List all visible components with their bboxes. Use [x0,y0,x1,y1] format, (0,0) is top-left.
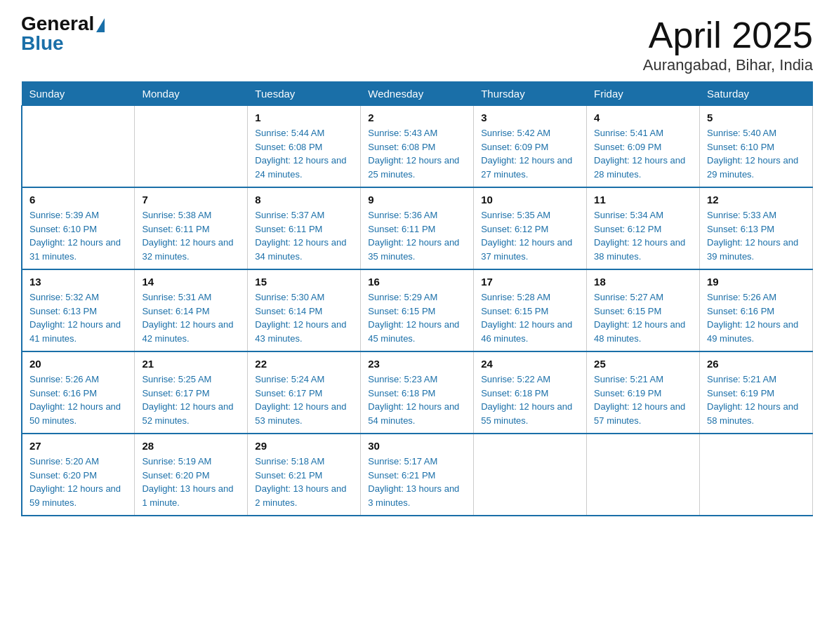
page-header: General Blue April 2025 Aurangabad, Biha… [21,14,813,74]
day-number: 30 [368,440,466,452]
sun-info: Sunrise: 5:34 AMSunset: 6:12 PMDaylight:… [594,208,692,263]
calendar-cell: 10Sunrise: 5:35 AMSunset: 6:12 PMDayligh… [474,187,587,269]
calendar-cell: 19Sunrise: 5:26 AMSunset: 6:16 PMDayligh… [700,269,813,351]
calendar-cell: 29Sunrise: 5:18 AMSunset: 6:21 PMDayligh… [248,434,361,516]
day-number: 13 [29,276,127,288]
sun-info: Sunrise: 5:25 AMSunset: 6:17 PMDaylight:… [142,373,240,427]
calendar-cell [22,106,135,188]
sun-info: Sunrise: 5:21 AMSunset: 6:19 PMDaylight:… [594,373,692,427]
sun-info: Sunrise: 5:26 AMSunset: 6:16 PMDaylight:… [29,373,127,427]
calendar-cell: 24Sunrise: 5:22 AMSunset: 6:18 PMDayligh… [474,351,587,434]
calendar-cell: 25Sunrise: 5:21 AMSunset: 6:19 PMDayligh… [587,351,700,434]
calendar-cell: 13Sunrise: 5:32 AMSunset: 6:13 PMDayligh… [22,269,135,351]
calendar-body: 1Sunrise: 5:44 AMSunset: 6:08 PMDaylight… [22,106,813,516]
calendar-cell: 14Sunrise: 5:31 AMSunset: 6:14 PMDayligh… [135,269,248,351]
sun-info: Sunrise: 5:26 AMSunset: 6:16 PMDaylight:… [707,290,805,345]
calendar-cell: 23Sunrise: 5:23 AMSunset: 6:18 PMDayligh… [361,351,474,434]
calendar-cell: 15Sunrise: 5:30 AMSunset: 6:14 PMDayligh… [248,269,361,351]
sun-info: Sunrise: 5:38 AMSunset: 6:11 PMDaylight:… [142,208,240,263]
day-number: 28 [142,440,240,452]
sun-info: Sunrise: 5:19 AMSunset: 6:20 PMDaylight:… [142,455,240,509]
day-number: 16 [368,276,466,288]
calendar-week-row: 13Sunrise: 5:32 AMSunset: 6:13 PMDayligh… [22,269,813,351]
sun-info: Sunrise: 5:29 AMSunset: 6:15 PMDaylight:… [368,290,466,345]
day-number: 5 [707,112,805,123]
logo-general: General [21,14,94,34]
calendar-day-header: Sunday [22,82,135,106]
day-number: 14 [142,276,240,288]
day-number: 24 [481,358,579,370]
calendar-cell: 12Sunrise: 5:33 AMSunset: 6:13 PMDayligh… [700,187,813,269]
sun-info: Sunrise: 5:43 AMSunset: 6:08 PMDaylight:… [368,126,466,181]
calendar-cell: 5Sunrise: 5:40 AMSunset: 6:10 PMDaylight… [700,106,813,188]
sun-info: Sunrise: 5:30 AMSunset: 6:14 PMDaylight:… [255,290,353,345]
sun-info: Sunrise: 5:17 AMSunset: 6:21 PMDaylight:… [368,455,466,509]
day-number: 26 [707,358,805,370]
calendar-cell: 28Sunrise: 5:19 AMSunset: 6:20 PMDayligh… [135,434,248,516]
calendar-cell: 7Sunrise: 5:38 AMSunset: 6:11 PMDaylight… [135,187,248,269]
calendar-cell: 18Sunrise: 5:27 AMSunset: 6:15 PMDayligh… [587,269,700,351]
calendar-cell [700,434,813,516]
calendar-cell: 3Sunrise: 5:42 AMSunset: 6:09 PMDaylight… [474,106,587,188]
calendar-day-header: Friday [587,82,700,106]
calendar-cell [135,106,248,188]
day-number: 4 [594,112,692,123]
page-subtitle: Aurangabad, Bihar, India [643,56,813,74]
sun-info: Sunrise: 5:24 AMSunset: 6:17 PMDaylight:… [255,373,353,427]
sun-info: Sunrise: 5:36 AMSunset: 6:11 PMDaylight:… [368,208,466,263]
title-block: April 2025 Aurangabad, Bihar, India [643,14,813,74]
calendar-week-row: 6Sunrise: 5:39 AMSunset: 6:10 PMDaylight… [22,187,813,269]
day-number: 29 [255,440,353,452]
day-number: 15 [255,276,353,288]
calendar-cell: 17Sunrise: 5:28 AMSunset: 6:15 PMDayligh… [474,269,587,351]
calendar-header: SundayMondayTuesdayWednesdayThursdayFrid… [22,82,813,106]
calendar-cell: 16Sunrise: 5:29 AMSunset: 6:15 PMDayligh… [361,269,474,351]
sun-info: Sunrise: 5:39 AMSunset: 6:10 PMDaylight:… [29,208,127,263]
logo: General Blue [21,14,105,53]
sun-info: Sunrise: 5:44 AMSunset: 6:08 PMDaylight:… [255,126,353,181]
calendar-week-row: 27Sunrise: 5:20 AMSunset: 6:20 PMDayligh… [22,434,813,516]
day-number: 18 [594,276,692,288]
sun-info: Sunrise: 5:28 AMSunset: 6:15 PMDaylight:… [481,290,579,345]
page-title: April 2025 [643,14,813,56]
calendar-cell: 27Sunrise: 5:20 AMSunset: 6:20 PMDayligh… [22,434,135,516]
sun-info: Sunrise: 5:18 AMSunset: 6:21 PMDaylight:… [255,455,353,509]
sun-info: Sunrise: 5:42 AMSunset: 6:09 PMDaylight:… [481,126,579,181]
sun-info: Sunrise: 5:41 AMSunset: 6:09 PMDaylight:… [594,126,692,181]
day-number: 11 [594,194,692,206]
sun-info: Sunrise: 5:21 AMSunset: 6:19 PMDaylight:… [707,373,805,427]
calendar-cell: 8Sunrise: 5:37 AMSunset: 6:11 PMDaylight… [248,187,361,269]
calendar-cell [474,434,587,516]
calendar-day-header: Tuesday [248,82,361,106]
day-number: 17 [481,276,579,288]
sun-info: Sunrise: 5:32 AMSunset: 6:13 PMDaylight:… [29,290,127,345]
day-number: 20 [29,358,127,370]
calendar-cell [587,434,700,516]
sun-info: Sunrise: 5:27 AMSunset: 6:15 PMDaylight:… [594,290,692,345]
calendar-cell: 11Sunrise: 5:34 AMSunset: 6:12 PMDayligh… [587,187,700,269]
day-number: 2 [368,112,466,123]
calendar-cell: 22Sunrise: 5:24 AMSunset: 6:17 PMDayligh… [248,351,361,434]
calendar-cell: 9Sunrise: 5:36 AMSunset: 6:11 PMDaylight… [361,187,474,269]
calendar-cell: 1Sunrise: 5:44 AMSunset: 6:08 PMDaylight… [248,106,361,188]
calendar-cell: 4Sunrise: 5:41 AMSunset: 6:09 PMDaylight… [587,106,700,188]
day-number: 6 [29,194,127,206]
day-number: 22 [255,358,353,370]
sun-info: Sunrise: 5:37 AMSunset: 6:11 PMDaylight:… [255,208,353,263]
calendar-week-row: 1Sunrise: 5:44 AMSunset: 6:08 PMDaylight… [22,106,813,188]
calendar-day-header: Saturday [700,82,813,106]
day-number: 27 [29,440,127,452]
day-number: 10 [481,194,579,206]
calendar-day-header: Monday [135,82,248,106]
calendar-cell: 26Sunrise: 5:21 AMSunset: 6:19 PMDayligh… [700,351,813,434]
calendar-cell: 2Sunrise: 5:43 AMSunset: 6:08 PMDaylight… [361,106,474,188]
sun-info: Sunrise: 5:33 AMSunset: 6:13 PMDaylight:… [707,208,805,263]
sun-info: Sunrise: 5:35 AMSunset: 6:12 PMDaylight:… [481,208,579,263]
day-number: 1 [255,112,353,123]
calendar-week-row: 20Sunrise: 5:26 AMSunset: 6:16 PMDayligh… [22,351,813,434]
sun-info: Sunrise: 5:40 AMSunset: 6:10 PMDaylight:… [707,126,805,181]
calendar-header-row: SundayMondayTuesdayWednesdayThursdayFrid… [22,82,813,106]
sun-info: Sunrise: 5:20 AMSunset: 6:20 PMDaylight:… [29,455,127,509]
calendar-cell: 6Sunrise: 5:39 AMSunset: 6:10 PMDaylight… [22,187,135,269]
day-number: 12 [707,194,805,206]
